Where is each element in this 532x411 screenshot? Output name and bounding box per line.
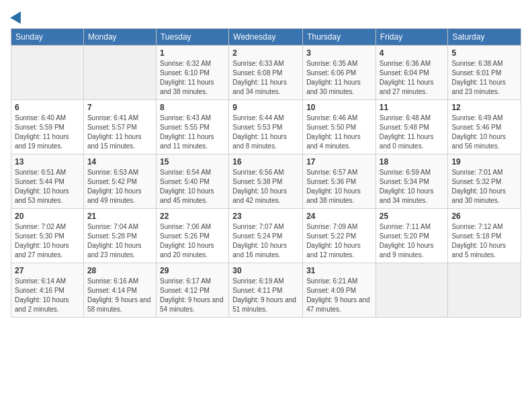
day-info: Sunrise: 7:07 AM Sunset: 5:24 PM Dayligh…	[232, 222, 299, 260]
calendar-cell: 26Sunrise: 7:12 AM Sunset: 5:18 PM Dayli…	[448, 209, 521, 263]
calendar-cell: 10Sunrise: 6:46 AM Sunset: 5:50 PM Dayli…	[303, 100, 376, 154]
calendar-cell: 27Sunrise: 6:14 AM Sunset: 4:16 PM Dayli…	[11, 263, 84, 318]
day-info: Sunrise: 7:02 AM Sunset: 5:30 PM Dayligh…	[15, 222, 80, 260]
calendar-week-row: 1Sunrise: 6:32 AM Sunset: 6:10 PM Daylig…	[11, 46, 521, 100]
weekday-header-friday: Friday	[375, 29, 448, 46]
day-info: Sunrise: 7:09 AM Sunset: 5:22 PM Dayligh…	[306, 222, 372, 260]
day-number: 28	[87, 266, 152, 275]
day-number: 22	[160, 212, 225, 221]
day-number: 18	[380, 157, 445, 167]
calendar-cell: 22Sunrise: 7:06 AM Sunset: 5:26 PM Dayli…	[156, 209, 228, 263]
calendar-cell: 21Sunrise: 7:04 AM Sunset: 5:28 PM Dayli…	[83, 209, 156, 263]
day-number: 6	[15, 103, 80, 112]
weekday-header-thursday: Thursday	[303, 29, 376, 46]
day-number: 29	[160, 266, 225, 275]
day-number: 26	[451, 212, 517, 221]
day-info: Sunrise: 6:32 AM Sunset: 6:10 PM Dayligh…	[160, 59, 225, 97]
day-number: 2	[232, 48, 299, 58]
calendar-cell: 11Sunrise: 6:48 AM Sunset: 5:48 PM Dayli…	[375, 100, 448, 154]
weekday-header-row: SundayMondayTuesdayWednesdayThursdayFrid…	[11, 29, 521, 46]
day-number: 1	[160, 48, 225, 58]
logo	[11, 11, 24, 23]
calendar-week-row: 13Sunrise: 6:51 AM Sunset: 5:44 PM Dayli…	[11, 154, 521, 209]
day-info: Sunrise: 6:16 AM Sunset: 4:14 PM Dayligh…	[87, 277, 152, 314]
day-number: 19	[451, 157, 517, 167]
calendar-cell: 31Sunrise: 6:21 AM Sunset: 4:09 PM Dayli…	[303, 263, 376, 318]
calendar-cell: 9Sunrise: 6:44 AM Sunset: 5:53 PM Daylig…	[229, 100, 303, 154]
calendar-cell: 1Sunrise: 6:32 AM Sunset: 6:10 PM Daylig…	[156, 46, 228, 100]
day-info: Sunrise: 7:06 AM Sunset: 5:26 PM Dayligh…	[160, 222, 225, 260]
day-info: Sunrise: 6:41 AM Sunset: 5:57 PM Dayligh…	[87, 113, 152, 151]
calendar-cell: 14Sunrise: 6:53 AM Sunset: 5:42 PM Dayli…	[83, 154, 156, 209]
weekday-header-sunday: Sunday	[11, 29, 84, 46]
day-info: Sunrise: 6:35 AM Sunset: 6:06 PM Dayligh…	[306, 59, 372, 97]
calendar-cell: 7Sunrise: 6:41 AM Sunset: 5:57 PM Daylig…	[83, 100, 156, 154]
calendar-cell: 5Sunrise: 6:38 AM Sunset: 6:01 PM Daylig…	[448, 46, 521, 100]
page: SundayMondayTuesdayWednesdayThursdayFrid…	[0, 0, 532, 411]
calendar-cell: 12Sunrise: 6:49 AM Sunset: 5:46 PM Dayli…	[448, 100, 521, 154]
day-number: 21	[87, 212, 152, 221]
calendar-cell	[448, 263, 521, 318]
day-info: Sunrise: 6:17 AM Sunset: 4:12 PM Dayligh…	[160, 277, 225, 314]
day-number: 24	[306, 212, 372, 221]
calendar-week-row: 20Sunrise: 7:02 AM Sunset: 5:30 PM Dayli…	[11, 209, 521, 263]
day-info: Sunrise: 6:14 AM Sunset: 4:16 PM Dayligh…	[15, 277, 80, 314]
day-info: Sunrise: 6:36 AM Sunset: 6:04 PM Dayligh…	[380, 59, 445, 97]
weekday-header-wednesday: Wednesday	[229, 29, 303, 46]
day-info: Sunrise: 6:19 AM Sunset: 4:11 PM Dayligh…	[232, 277, 299, 314]
calendar-cell: 13Sunrise: 6:51 AM Sunset: 5:44 PM Dayli…	[11, 154, 84, 209]
day-number: 10	[306, 103, 372, 112]
day-info: Sunrise: 6:57 AM Sunset: 5:36 PM Dayligh…	[306, 168, 372, 205]
day-number: 8	[160, 103, 225, 112]
day-info: Sunrise: 7:04 AM Sunset: 5:28 PM Dayligh…	[87, 222, 152, 260]
day-info: Sunrise: 6:54 AM Sunset: 5:40 PM Dayligh…	[160, 168, 225, 205]
day-info: Sunrise: 6:44 AM Sunset: 5:53 PM Dayligh…	[232, 113, 299, 151]
day-number: 4	[380, 48, 445, 58]
calendar-table: SundayMondayTuesdayWednesdayThursdayFrid…	[11, 28, 521, 318]
calendar-cell: 6Sunrise: 6:40 AM Sunset: 5:59 PM Daylig…	[11, 100, 84, 154]
weekday-header-monday: Monday	[83, 29, 156, 46]
calendar-cell: 17Sunrise: 6:57 AM Sunset: 5:36 PM Dayli…	[303, 154, 376, 209]
weekday-header-saturday: Saturday	[448, 29, 521, 46]
day-info: Sunrise: 6:33 AM Sunset: 6:08 PM Dayligh…	[232, 59, 299, 97]
day-number: 31	[306, 266, 372, 275]
calendar-cell: 29Sunrise: 6:17 AM Sunset: 4:12 PM Dayli…	[156, 263, 228, 318]
calendar-cell: 4Sunrise: 6:36 AM Sunset: 6:04 PM Daylig…	[375, 46, 448, 100]
calendar-cell: 3Sunrise: 6:35 AM Sunset: 6:06 PM Daylig…	[303, 46, 376, 100]
day-number: 16	[232, 157, 299, 167]
day-number: 20	[15, 212, 80, 221]
day-info: Sunrise: 7:12 AM Sunset: 5:18 PM Dayligh…	[451, 222, 517, 260]
calendar-cell: 19Sunrise: 7:01 AM Sunset: 5:32 PM Dayli…	[448, 154, 521, 209]
day-info: Sunrise: 6:38 AM Sunset: 6:01 PM Dayligh…	[451, 59, 517, 97]
calendar-week-row: 27Sunrise: 6:14 AM Sunset: 4:16 PM Dayli…	[11, 263, 521, 318]
calendar-cell: 30Sunrise: 6:19 AM Sunset: 4:11 PM Dayli…	[229, 263, 303, 318]
day-number: 25	[380, 212, 445, 221]
day-info: Sunrise: 6:21 AM Sunset: 4:09 PM Dayligh…	[306, 277, 372, 314]
day-number: 5	[451, 48, 517, 58]
day-number: 12	[451, 103, 517, 112]
calendar-cell: 8Sunrise: 6:43 AM Sunset: 5:55 PM Daylig…	[156, 100, 228, 154]
day-number: 17	[306, 157, 372, 167]
header	[11, 11, 521, 23]
day-number: 15	[160, 157, 225, 167]
calendar-cell: 24Sunrise: 7:09 AM Sunset: 5:22 PM Dayli…	[303, 209, 376, 263]
day-number: 7	[87, 103, 152, 112]
day-number: 27	[15, 266, 80, 275]
calendar-cell: 2Sunrise: 6:33 AM Sunset: 6:08 PM Daylig…	[229, 46, 303, 100]
calendar-cell	[375, 263, 448, 318]
calendar-cell: 25Sunrise: 7:11 AM Sunset: 5:20 PM Dayli…	[375, 209, 448, 263]
calendar-cell: 16Sunrise: 6:56 AM Sunset: 5:38 PM Dayli…	[229, 154, 303, 209]
day-info: Sunrise: 6:53 AM Sunset: 5:42 PM Dayligh…	[87, 168, 152, 205]
day-number: 13	[15, 157, 80, 167]
day-info: Sunrise: 6:40 AM Sunset: 5:59 PM Dayligh…	[15, 113, 80, 151]
day-number: 11	[380, 103, 445, 112]
day-info: Sunrise: 6:48 AM Sunset: 5:48 PM Dayligh…	[380, 113, 445, 151]
day-info: Sunrise: 6:43 AM Sunset: 5:55 PM Dayligh…	[160, 113, 225, 151]
calendar-cell	[11, 46, 84, 100]
day-number: 14	[87, 157, 152, 167]
day-info: Sunrise: 7:11 AM Sunset: 5:20 PM Dayligh…	[380, 222, 445, 260]
day-number: 23	[232, 212, 299, 221]
calendar-cell: 28Sunrise: 6:16 AM Sunset: 4:14 PM Dayli…	[83, 263, 156, 318]
calendar-cell: 23Sunrise: 7:07 AM Sunset: 5:24 PM Dayli…	[229, 209, 303, 263]
weekday-header-tuesday: Tuesday	[156, 29, 228, 46]
